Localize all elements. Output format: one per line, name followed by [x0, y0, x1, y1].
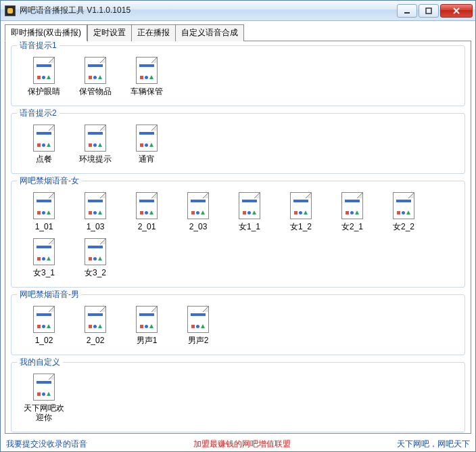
audio-item[interactable]: 天下网吧欢迎你 [18, 374, 70, 422]
item-label: 2_02 [74, 336, 117, 345]
window-title: 网吧语音播报工具 V1.1.0.1015 [20, 5, 397, 16]
group-3: 网吧禁烟语音-男1_022_02男声1男声2 [11, 294, 465, 355]
audio-item[interactable]: 男声2 [172, 306, 224, 345]
item-label: 保护眼睛 [22, 87, 66, 96]
audio-file-icon [239, 192, 260, 219]
maximize-button[interactable] [419, 4, 439, 18]
audio-file-icon [33, 57, 55, 84]
item-list: 保护眼睛保管物品车辆保管 [18, 54, 458, 100]
item-label: 车辆保管 [125, 87, 168, 96]
audio-item[interactable]: 车辆保管 [121, 57, 172, 96]
group-1: 语音提示2点餐环境提示通宵 [11, 113, 465, 174]
audio-file-icon [33, 374, 55, 401]
tab-3[interactable]: 自定义语音合成 [176, 24, 244, 41]
audio-item[interactable]: 女2_1 [327, 192, 378, 231]
item-label: 女2_1 [331, 222, 374, 231]
tab-1[interactable]: 定时设置 [87, 24, 132, 41]
tab-0[interactable]: 即时播报(双击播报) [5, 24, 87, 41]
audio-item[interactable]: 1_03 [70, 192, 121, 231]
app-icon [5, 5, 16, 16]
tab-bar: 即时播报(双击播报)定时设置正在播报自定义语音合成 [1, 21, 475, 41]
item-label: 男声1 [125, 336, 168, 345]
audio-file-icon [85, 125, 106, 152]
app-window: 网吧语音播报工具 V1.1.0.1015 即时播报(双击播报)定时设置正在播报自… [0, 0, 476, 452]
audio-file-icon [85, 192, 106, 219]
group-title: 我的自定义 [17, 357, 63, 368]
audio-item[interactable]: 环境提示 [70, 125, 121, 164]
group-4: 我的自定义天下网吧欢迎你 [11, 362, 465, 432]
item-label: 保管物品 [74, 87, 117, 96]
group-title: 网吧禁烟语音-女 [17, 175, 82, 187]
audio-file-icon [341, 192, 363, 219]
audio-file-icon [393, 192, 414, 219]
audio-file-icon [33, 125, 55, 152]
audio-file-icon [136, 125, 158, 152]
group-title: 语音提示2 [17, 108, 60, 119]
item-label: 点餐 [22, 154, 66, 164]
item-list: 1_022_02男声1男声2 [18, 303, 458, 349]
titlebar: 网吧语音播报工具 V1.1.0.1015 [1, 1, 475, 21]
minimize-button[interactable] [397, 4, 417, 18]
item-list: 1_011_032_012_03女1_1女1_2女2_1女2_2女3_1女3_2 [18, 189, 458, 281]
window-buttons [397, 4, 473, 18]
status-link-slogan[interactable]: 天下网吧，网吧天下 [397, 438, 470, 450]
item-list: 点餐环境提示通宵 [18, 122, 458, 168]
item-label: 男声2 [176, 336, 220, 345]
audio-item[interactable]: 2_03 [172, 192, 224, 231]
tab-2[interactable]: 正在播报 [132, 24, 176, 41]
audio-item[interactable]: 女3_1 [18, 238, 70, 277]
svg-rect-1 [426, 8, 431, 14]
audio-item[interactable]: 1_02 [18, 306, 70, 345]
audio-file-icon [33, 192, 55, 219]
audio-item[interactable]: 点餐 [18, 125, 70, 164]
audio-item[interactable]: 2_02 [70, 306, 121, 345]
status-bar: 我要提交没收录的语音 加盟最赚钱的网吧增值联盟 天下网吧，网吧天下 [1, 436, 475, 451]
audio-item[interactable]: 男声1 [121, 306, 172, 345]
audio-file-icon [33, 238, 55, 265]
audio-item[interactable]: 女3_2 [70, 238, 121, 277]
audio-file-icon [136, 306, 158, 333]
audio-file-icon [187, 192, 209, 219]
item-label: 环境提示 [74, 154, 117, 164]
group-0: 语音提示1保护眼睛保管物品车辆保管 [11, 45, 465, 106]
audio-item[interactable]: 通宵 [121, 125, 172, 164]
audio-item[interactable]: 保管物品 [70, 57, 121, 96]
audio-item[interactable]: 1_01 [18, 192, 70, 231]
audio-item[interactable]: 女1_2 [275, 192, 327, 231]
item-label: 2_03 [176, 222, 220, 231]
content-area: 语音提示1保护眼睛保管物品车辆保管语音提示2点餐环境提示通宵网吧禁烟语音-女1_… [5, 41, 471, 434]
audio-file-icon [85, 306, 106, 333]
audio-file-icon [136, 192, 158, 219]
item-label: 1_03 [74, 222, 117, 231]
audio-file-icon [33, 306, 55, 333]
group-title: 网吧禁烟语音-男 [17, 289, 82, 300]
item-label: 2_01 [125, 222, 168, 231]
item-label: 通宵 [125, 154, 168, 164]
status-link-submit[interactable]: 我要提交没收录的语音 [6, 438, 87, 450]
item-label: 女2_2 [382, 222, 425, 231]
item-label: 女3_1 [22, 268, 66, 277]
audio-item[interactable]: 2_01 [121, 192, 172, 231]
item-label: 天下网吧欢迎你 [22, 403, 66, 422]
item-list: 天下网吧欢迎你 [18, 371, 458, 426]
group-title: 语音提示1 [17, 41, 60, 51]
audio-item[interactable]: 女1_1 [224, 192, 275, 231]
audio-file-icon [290, 192, 312, 219]
item-label: 女1_1 [228, 222, 271, 231]
group-2: 网吧禁烟语音-女1_011_032_012_03女1_1女1_2女2_1女2_2… [11, 181, 465, 288]
item-label: 女1_2 [279, 222, 323, 231]
audio-file-icon [85, 238, 106, 265]
audio-file-icon [85, 57, 106, 84]
audio-file-icon [136, 57, 158, 84]
audio-item[interactable]: 女2_2 [378, 192, 429, 231]
item-label: 1_01 [22, 222, 66, 231]
audio-item[interactable]: 保护眼睛 [18, 57, 70, 96]
audio-file-icon [187, 306, 209, 333]
item-label: 女3_2 [74, 268, 117, 277]
item-label: 1_02 [22, 336, 66, 345]
close-button[interactable] [440, 4, 473, 18]
status-link-alliance[interactable]: 加盟最赚钱的网吧增值联盟 [87, 438, 397, 450]
